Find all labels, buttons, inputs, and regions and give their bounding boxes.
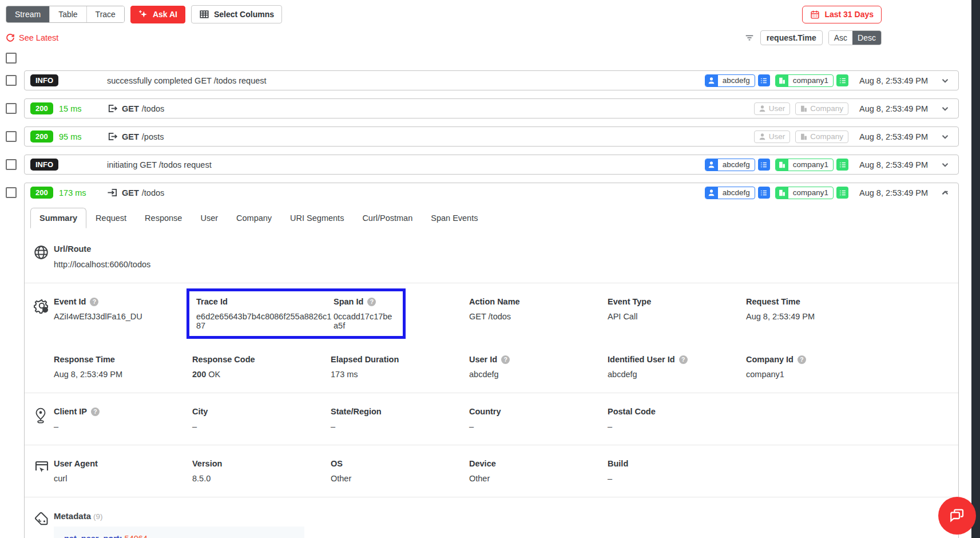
detail-tab-request[interactable]: Request <box>86 208 136 228</box>
view-tab-stream[interactable]: Stream <box>6 6 49 22</box>
row-checkbox[interactable] <box>6 159 17 170</box>
user-details-button[interactable] <box>758 74 770 86</box>
sort-desc-button[interactable]: Desc <box>852 31 881 45</box>
help-icon[interactable]: ? <box>90 298 98 306</box>
sort-field-chip[interactable]: request.Time <box>760 30 823 45</box>
request-path: /todos <box>142 188 165 197</box>
detail-field: Elapsed Duration 173 ms <box>331 355 469 379</box>
company-details-button[interactable] <box>836 74 848 86</box>
row-header[interactable]: INFO initiating GET /todos request abcde… <box>25 155 958 174</box>
http-method: GET <box>122 132 139 141</box>
field-value: 8.5.0 <box>192 474 331 483</box>
row-header[interactable]: 200 95 ms GET /posts User Company Aug 8,… <box>25 127 958 146</box>
event-section: i Event Id? AZiI4wEf3J3dlFa16_DU Trace I… <box>25 283 958 393</box>
help-icon[interactable]: ? <box>798 355 806 364</box>
expand-chevron-button[interactable] <box>940 160 950 170</box>
user-details-button[interactable] <box>758 187 770 199</box>
company-chip[interactable]: company1 <box>775 159 834 171</box>
row-checkbox[interactable] <box>6 131 17 142</box>
detail-field: Postal Code – <box>608 407 746 431</box>
view-switcher: StreamTableTrace <box>6 6 125 23</box>
user-chip[interactable]: abcdefg <box>705 74 755 87</box>
help-icon[interactable]: ? <box>679 355 688 364</box>
collapse-chevron-button[interactable] <box>940 188 950 198</box>
detail-tab-response[interactable]: Response <box>136 208 191 228</box>
help-icon[interactable]: ? <box>501 355 510 364</box>
detail-field: Version 8.5.0 <box>192 459 331 483</box>
detail-field: Trace Id e6d2e65643b7b4c8086f255a8826c18… <box>196 297 334 330</box>
user-chip-placeholder: User <box>768 103 790 114</box>
field-label: Trace Id <box>196 297 228 306</box>
field-value-bold: 200 <box>192 370 206 379</box>
url-route-value: http://localhost:6060/todos <box>54 260 950 269</box>
timestamp: Aug 8, 2:53:49 PM <box>859 160 931 169</box>
field-value: – <box>331 422 469 431</box>
user-chip[interactable]: abcdefg <box>705 159 755 171</box>
company-icon <box>778 77 786 85</box>
request-in-icon <box>107 187 118 198</box>
chat-fab-button[interactable] <box>938 497 976 535</box>
level-badge: INFO <box>30 159 58 171</box>
list-details-icon <box>760 77 768 85</box>
detail-tab-uri-segments[interactable]: URI Segments <box>281 208 353 228</box>
detail-field: Country – <box>469 407 608 431</box>
sort-asc-button[interactable]: Asc <box>829 31 852 45</box>
select-all-checkbox[interactable] <box>6 53 17 64</box>
field-value: GET /todos <box>469 312 608 321</box>
row-header[interactable]: 200 15 ms GET /todos User Company Aug 8,… <box>25 99 958 118</box>
filter-icon[interactable] <box>744 33 755 43</box>
field-label: Span Id <box>334 297 363 306</box>
detail-field: Action Name GET /todos <box>469 297 608 321</box>
user-details-button[interactable] <box>758 159 770 171</box>
timestamp: Aug 8, 2:53:49 PM <box>859 132 931 141</box>
timestamp: Aug 8, 2:53:49 PM <box>859 188 931 197</box>
row-line: 200 173 ms GET /todos abcdefg company1 A… <box>6 183 959 538</box>
right-dark-rail <box>971 0 980 538</box>
company-chip[interactable]: company1 <box>775 74 834 87</box>
field-label: Action Name <box>469 297 520 306</box>
view-tab-table[interactable]: Table <box>49 6 86 22</box>
detail-tab-curl-postman[interactable]: Curl/Postman <box>353 208 422 228</box>
company-icon <box>778 189 786 197</box>
field-value: 0ccadd17c17bea5f <box>334 312 396 330</box>
company-chip-placeholder: Company <box>809 103 848 114</box>
log-stream-list: INFO successfully completed GET /todos r… <box>0 64 980 538</box>
see-latest-button[interactable]: See Latest <box>6 33 58 42</box>
request-row-card: 200 95 ms GET /posts User Company Aug 8,… <box>24 126 959 147</box>
detail-tab-company[interactable]: Company <box>227 208 281 228</box>
detail-field: OS Other <box>331 459 469 483</box>
user-chip[interactable]: abcdefg <box>705 187 755 199</box>
expand-chevron-button[interactable] <box>940 104 950 114</box>
company-chip-disabled: Company <box>795 130 848 143</box>
detail-tab-user[interactable]: User <box>191 208 227 228</box>
log-message: successfully completed GET /todos reques… <box>107 76 267 85</box>
expand-chevron-button[interactable] <box>940 76 950 86</box>
metadata-kv-block: net_peer_port: 54064 net_host_name: "loc… <box>54 527 304 538</box>
select-columns-button[interactable]: Select Columns <box>191 5 282 23</box>
row-header[interactable]: 200 173 ms GET /todos abcdefg company1 A… <box>25 183 958 202</box>
date-range-button[interactable]: Last 31 Days <box>802 6 882 23</box>
company-details-button[interactable] <box>836 187 848 199</box>
row-header[interactable]: INFO successfully completed GET /todos r… <box>25 71 958 90</box>
field-label: Elapsed Duration <box>331 355 399 364</box>
company-chip[interactable]: company1 <box>775 187 834 199</box>
expand-chevron-button[interactable] <box>940 132 950 142</box>
status-badge: 200 <box>30 130 53 143</box>
company-details-button[interactable] <box>836 159 848 171</box>
level-badge: INFO <box>30 74 58 87</box>
row-checkbox[interactable] <box>6 187 17 198</box>
help-icon[interactable]: ? <box>91 408 100 416</box>
row-checkbox[interactable] <box>6 75 17 86</box>
user-icon <box>758 104 767 113</box>
detail-tab-span-events[interactable]: Span Events <box>422 208 487 228</box>
row-checkbox[interactable] <box>6 103 17 114</box>
view-tab-trace[interactable]: Trace <box>86 6 124 22</box>
detail-field: Device Other <box>469 459 608 483</box>
detail-tab-summary[interactable]: Summary <box>30 208 86 228</box>
detail-field: City – <box>192 407 331 431</box>
refresh-icon <box>6 33 15 42</box>
ask-ai-button[interactable]: Ask AI <box>130 6 185 23</box>
tag-icon <box>33 511 49 527</box>
help-icon[interactable]: ? <box>367 298 376 306</box>
metadata-entry: net_peer_port: 54064 <box>64 531 294 538</box>
